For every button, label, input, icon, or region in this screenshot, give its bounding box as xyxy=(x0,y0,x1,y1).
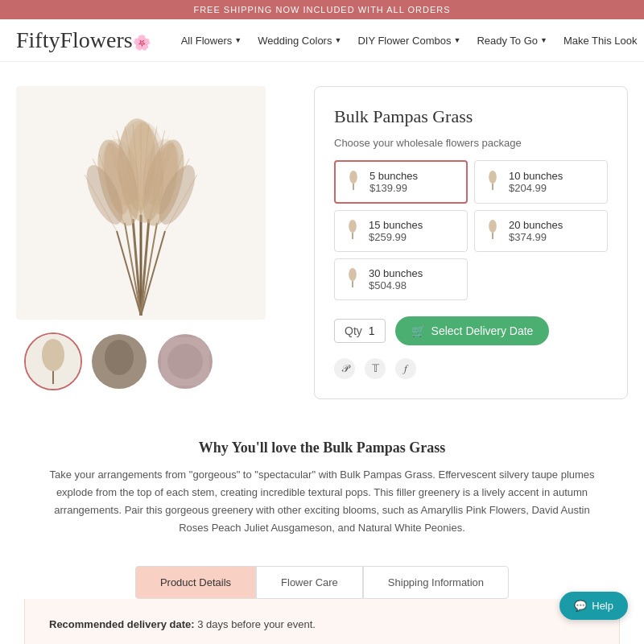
help-button[interactable]: 💬 Help xyxy=(559,592,628,620)
qty-label: Qty xyxy=(345,324,362,337)
social-icons: 𝒫 𝕋 𝑓 xyxy=(334,358,608,379)
quantity-box: Qty 1 xyxy=(334,319,386,343)
nav-make-this-look[interactable]: Make This Look xyxy=(557,30,644,52)
facebook-icon[interactable]: 𝑓 xyxy=(395,358,416,379)
chevron-down-icon: ▼ xyxy=(334,36,341,44)
package-10-bunches: 10 bunches xyxy=(509,170,563,182)
tab-content-product-details: Recommended delivery date: 3 days before… xyxy=(24,599,620,644)
svg-point-55 xyxy=(489,220,497,233)
svg-point-49 xyxy=(349,171,357,184)
why-description: Take your arrangements from "gorgeous" t… xyxy=(48,466,596,537)
grass-icon-10 xyxy=(485,171,501,193)
grass-icon-5 xyxy=(345,171,361,193)
package-15-price: $259.99 xyxy=(369,231,423,243)
tab-flower-care[interactable]: Flower Care xyxy=(256,566,363,599)
product-title: Bulk Pampas Grass xyxy=(334,106,608,127)
delivery-date-line: Recommended delivery date: 3 days before… xyxy=(49,615,595,634)
nav-ready-to-go[interactable]: Ready To Go ▼ xyxy=(470,30,554,52)
svg-point-57 xyxy=(349,268,357,281)
tab-product-details[interactable]: Product Details xyxy=(135,566,256,599)
order-row: Qty 1 🛒 Select Delivery Date xyxy=(334,316,608,345)
tab-bar: Product Details Flower Care Shipping Inf… xyxy=(24,566,620,599)
package-5-price: $139.99 xyxy=(369,182,418,194)
svg-point-46 xyxy=(105,340,134,375)
product-image-area xyxy=(16,86,290,399)
why-title: Why You'll love the Bulk Pampas Grass xyxy=(32,440,612,456)
main-product-image xyxy=(16,86,266,320)
package-30-bunches: 30 bunches xyxy=(369,267,423,279)
package-option-10[interactable]: 10 bunches $204.99 xyxy=(474,160,608,204)
chevron-down-icon: ▼ xyxy=(453,36,460,44)
svg-point-51 xyxy=(489,171,497,184)
package-20-price: $374.99 xyxy=(509,231,563,243)
package-option-20[interactable]: 20 bunches $374.99 xyxy=(474,210,608,252)
pinterest-icon[interactable]: 𝒫 xyxy=(334,358,355,379)
thumbnail-2[interactable] xyxy=(90,332,148,390)
logo[interactable]: FiftyFlowers🌸 xyxy=(16,27,151,53)
package-grid: 5 bunches $139.99 10 bunches $204.99 xyxy=(334,160,608,300)
product-thumbnails xyxy=(16,332,290,390)
tab-section: Product Details Flower Care Shipping Inf… xyxy=(0,550,644,644)
choose-package-label: Choose your wholesale flowers package xyxy=(334,137,608,149)
package-10-price: $204.99 xyxy=(509,182,563,194)
thumbnail-1[interactable] xyxy=(24,332,82,390)
package-20-bunches: 20 bunches xyxy=(509,219,563,231)
package-option-15[interactable]: 15 bunches $259.99 xyxy=(334,210,468,252)
package-option-5[interactable]: 5 bunches $139.99 xyxy=(334,160,468,204)
package-option-30[interactable]: 30 bunches $504.98 xyxy=(334,258,468,300)
thumbnail-3[interactable] xyxy=(156,332,214,390)
cart-icon: 🛒 xyxy=(411,324,425,337)
top-banner: FREE SHIPPING NOW INCLUDED WITH ALL ORDE… xyxy=(0,0,644,19)
header: FiftyFlowers🌸 All Flowers ▼ Wedding Colo… xyxy=(0,19,644,62)
main-content: Bulk Pampas Grass Choose your wholesale … xyxy=(0,62,644,423)
why-section: Why You'll love the Bulk Pampas Grass Ta… xyxy=(0,423,644,550)
package-5-bunches: 5 bunches xyxy=(369,170,418,182)
tab-shipping-information[interactable]: Shipping Information xyxy=(363,566,509,599)
help-icon: 💬 xyxy=(574,600,587,612)
nav-all-flowers[interactable]: All Flowers ▼ xyxy=(175,30,249,52)
pampas-grass-illustration xyxy=(60,90,221,316)
package-30-price: $504.98 xyxy=(369,279,423,291)
twitter-icon[interactable]: 𝕋 xyxy=(365,358,386,379)
svg-point-53 xyxy=(349,220,357,233)
stem-length-line: Average Stem Length: 42 inches xyxy=(49,641,595,644)
select-delivery-date-button[interactable]: 🛒 Select Delivery Date xyxy=(395,316,550,345)
package-15-bunches: 15 bunches xyxy=(369,219,423,231)
qty-value: 1 xyxy=(369,324,375,337)
grass-icon-20 xyxy=(485,220,501,242)
svg-point-43 xyxy=(42,339,64,371)
nav-wedding-colors[interactable]: Wedding Colors ▼ xyxy=(251,30,348,52)
grass-icon-30 xyxy=(345,268,361,291)
chevron-down-icon: ▼ xyxy=(234,36,242,44)
product-panel: Bulk Pampas Grass Choose your wholesale … xyxy=(314,86,628,399)
main-nav: All Flowers ▼ Wedding Colors ▼ DIY Flowe… xyxy=(175,30,644,52)
chevron-down-icon: ▼ xyxy=(540,36,547,44)
banner-text: FREE SHIPPING NOW INCLUDED WITH ALL ORDE… xyxy=(193,5,450,14)
grass-icon-15 xyxy=(345,220,361,242)
svg-point-48 xyxy=(167,344,203,379)
nav-diy-combos[interactable]: DIY Flower Combos ▼ xyxy=(351,30,467,52)
